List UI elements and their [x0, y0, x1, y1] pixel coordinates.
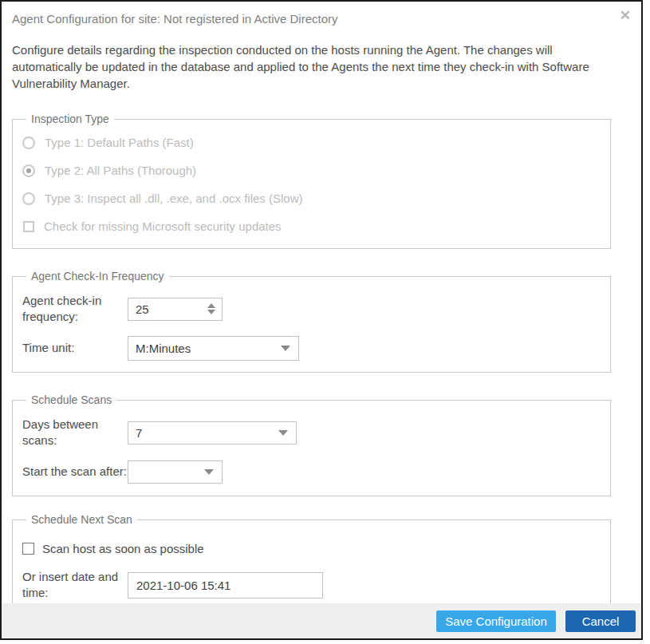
- dialog-title-bar: Agent Configuration for site: Not regist…: [2, 2, 641, 26]
- schedule-next-scan-legend: Schedule Next Scan: [26, 513, 137, 526]
- checkin-frequency-group: Agent Check-In Frequency Agent check-in …: [12, 270, 611, 373]
- cancel-button[interactable]: Cancel: [565, 610, 636, 632]
- checkbox-label-ms-updates: Check for missing Microsoft security upd…: [44, 219, 282, 233]
- agent-configuration-dialog: Agent Configuration for site: Not regist…: [0, 0, 643, 640]
- close-icon[interactable]: ✕: [620, 9, 631, 22]
- radio-option-type1: Type 1: Default Paths (Fast): [22, 128, 602, 156]
- checkin-frequency-legend: Agent Check-In Frequency: [26, 270, 169, 282]
- days-between-scans-row: Days between scans: 7: [22, 417, 602, 448]
- time-unit-select[interactable]: M:Minutes: [128, 336, 299, 361]
- chevron-down-icon[interactable]: [204, 469, 214, 475]
- radio-icon-type2-selected: [22, 164, 35, 177]
- date-time-input[interactable]: [128, 572, 323, 599]
- radio-icon-type3: [22, 192, 35, 205]
- start-scan-after-row: Start the scan after:: [22, 456, 602, 488]
- scan-asap-label: Scan host as soon as possible: [42, 542, 204, 555]
- time-unit-row: Time unit: M:Minutes: [22, 332, 602, 364]
- checkbox-icon-ms-updates: [23, 221, 34, 232]
- time-unit-value: M:Minutes: [128, 342, 191, 355]
- time-unit-label: Time unit:: [22, 340, 128, 356]
- start-scan-after-label: Start the scan after:: [22, 464, 128, 480]
- radio-icon-type1: [22, 136, 35, 149]
- dialog-description: Configure details regarding the inspecti…: [12, 41, 617, 92]
- inspection-type-group: Inspection Type Type 1: Default Paths (F…: [12, 113, 611, 249]
- radio-option-type3: Type 3: Inspect all .dll, .exe, and .ocx…: [22, 184, 602, 212]
- frequency-label: Agent check-in frequency:: [22, 293, 128, 325]
- schedule-next-scan-group: Schedule Next Scan Scan host as soon as …: [12, 513, 611, 610]
- days-between-scans-value: 7: [128, 426, 142, 440]
- scan-asap-row: Scan host as soon as possible: [22, 537, 602, 559]
- days-between-scans-select[interactable]: 7: [128, 421, 297, 444]
- radio-label-type3: Type 3: Inspect all .dll, .exe, and .ocx…: [45, 192, 302, 205]
- radio-label-type1: Type 1: Default Paths (Fast): [45, 136, 194, 149]
- spinner-up-icon[interactable]: [207, 303, 215, 308]
- scan-asap-checkbox[interactable]: [22, 543, 34, 555]
- frequency-input[interactable]: [128, 302, 184, 316]
- spinner-arrows[interactable]: [207, 303, 215, 314]
- radio-label-type2: Type 2: All Paths (Thorough): [45, 164, 196, 177]
- checkbox-option-ms-updates: Check for missing Microsoft security upd…: [22, 212, 602, 240]
- save-configuration-button[interactable]: Save Configuration: [436, 610, 556, 632]
- spinner-down-icon[interactable]: [207, 310, 215, 314]
- frequency-row: Agent check-in frequency:: [22, 293, 602, 325]
- date-time-row: Or insert date and time:: [22, 569, 602, 601]
- dialog-footer: Save Configuration Cancel: [2, 603, 641, 638]
- inspection-type-legend: Inspection Type: [26, 113, 114, 125]
- radio-option-type2: Type 2: All Paths (Thorough): [22, 156, 602, 184]
- start-scan-after-select[interactable]: [128, 460, 223, 484]
- schedule-scans-group: Schedule Scans Days between scans: 7 Sta…: [12, 393, 611, 496]
- chevron-down-icon[interactable]: [281, 346, 290, 351]
- schedule-scans-legend: Schedule Scans: [26, 393, 116, 406]
- chevron-down-icon[interactable]: [278, 430, 288, 436]
- frequency-stepper[interactable]: [128, 298, 223, 321]
- date-time-label: Or insert date and time:: [22, 569, 128, 601]
- dialog-title: Agent Configuration for site: Not regist…: [12, 12, 338, 26]
- days-between-scans-label: Days between scans:: [22, 417, 128, 448]
